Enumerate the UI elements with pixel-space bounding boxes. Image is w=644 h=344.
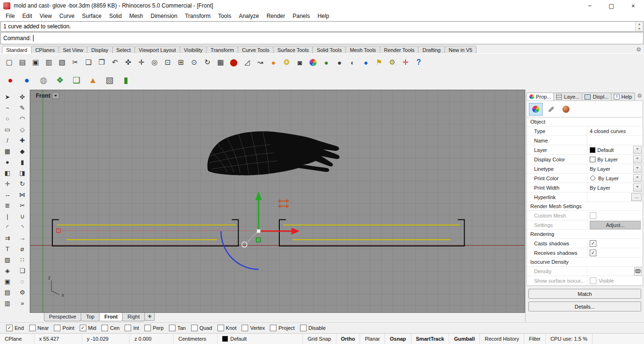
print-icon[interactable]: ▥: [42, 56, 55, 69]
cut-icon[interactable]: ✂: [69, 56, 82, 69]
status-item[interactable]: Filter: [524, 334, 545, 344]
toolbar-gear-icon[interactable]: ⚙: [636, 46, 641, 53]
menu-item[interactable]: File: [2, 12, 18, 20]
toolbar-tab[interactable]: Standard: [2, 46, 32, 53]
toolbar-tab[interactable]: CPlanes: [31, 46, 59, 53]
viewport-tab[interactable]: Front: [99, 313, 123, 321]
gumball-tool-icon[interactable]: ✛: [399, 56, 412, 69]
details-button[interactable]: Details...: [528, 302, 641, 311]
shaded-green-sphere-icon[interactable]: ●: [320, 56, 333, 69]
status-item[interactable]: z 0.000: [130, 334, 174, 344]
mold-curve-right[interactable]: [279, 219, 464, 246]
layers-tool-icon[interactable]: ▤: [2, 287, 13, 297]
chevron-down-icon[interactable]: [633, 146, 642, 154]
menu-item[interactable]: Render: [263, 12, 289, 20]
array-tool-icon[interactable]: ≣: [2, 201, 13, 210]
curve-tool-icon[interactable]: ~: [2, 103, 13, 113]
move-icon[interactable]: ✛: [135, 56, 148, 69]
osnap-toggle[interactable]: Int: [125, 325, 139, 331]
glove-mesh[interactable]: [208, 131, 340, 175]
menu-item[interactable]: Mesh: [125, 12, 147, 20]
render-sphere-red-icon[interactable]: ●: [4, 74, 17, 87]
gumball-rotate-arc[interactable]: [221, 231, 259, 269]
lamp-icon[interactable]: ❂: [280, 56, 293, 69]
osnap-toggle[interactable]: Quad: [191, 325, 212, 331]
tab-layers[interactable]: Laye...: [553, 92, 582, 101]
tab-properties[interactable]: Prop...: [527, 92, 554, 101]
new-file-icon[interactable]: ▢: [3, 56, 16, 69]
status-item[interactable]: Osnap: [385, 334, 411, 344]
viewport-layout-icon[interactable]: ▦: [214, 56, 227, 69]
toolbar-tab[interactable]: Visibility: [180, 46, 207, 53]
menu-item[interactable]: Transform: [181, 12, 214, 20]
settings-tool-icon[interactable]: ⚙: [17, 287, 28, 297]
toolbar-tab[interactable]: Solid Tools: [312, 46, 346, 53]
osnap-toggle[interactable]: Disable: [300, 325, 326, 331]
toolbar-tab[interactable]: Mesh Tools: [345, 46, 380, 53]
copy-icon[interactable]: ❏: [82, 56, 95, 69]
viewport-title-menu-icon[interactable]: [52, 92, 59, 99]
osnap-toggle[interactable]: Project: [270, 325, 294, 331]
surface-tool-icon[interactable]: ▦: [2, 146, 13, 156]
menu-item[interactable]: Surface: [78, 12, 105, 20]
osnap-toggle[interactable]: Perp: [144, 325, 164, 331]
chevron-down-icon[interactable]: [633, 174, 642, 182]
pan-icon[interactable]: ✜: [122, 56, 134, 69]
maximize-button[interactable]: ▢: [601, 0, 622, 11]
status-item[interactable]: Grid Snap: [303, 334, 336, 344]
menu-item[interactable]: Solid: [105, 12, 125, 20]
linetype-dropdown[interactable]: By Layer: [587, 165, 643, 173]
save-icon[interactable]: ▣: [29, 56, 42, 69]
move-tool-icon[interactable]: ✛: [2, 179, 13, 189]
extend-tool-icon[interactable]: →: [17, 233, 28, 243]
line-tool-icon[interactable]: /: [2, 135, 13, 145]
cylinder-icon[interactable]: ▮: [119, 74, 133, 87]
chevron-down-icon[interactable]: [633, 155, 642, 163]
status-item[interactable]: Ortho: [336, 334, 360, 344]
minimize-button[interactable]: −: [579, 0, 601, 11]
join-tool-icon[interactable]: ∪: [17, 211, 28, 221]
fillet-tool-icon[interactable]: ◜: [2, 222, 13, 232]
osnap-toggle[interactable]: Tan: [169, 325, 186, 331]
display-color-dropdown[interactable]: By Layer: [587, 155, 643, 163]
offset-tool-icon[interactable]: ⇉: [2, 233, 13, 243]
help-icon[interactable]: ?: [412, 56, 425, 69]
checkbox[interactable]: [217, 325, 224, 331]
block-tool-icon[interactable]: ◈: [2, 266, 13, 276]
status-item[interactable]: x 55.427: [34, 334, 82, 344]
checkbox[interactable]: [191, 325, 198, 331]
point-icon[interactable]: ●: [267, 56, 280, 69]
hatch-tool-icon[interactable]: ▨: [2, 255, 13, 265]
menu-item[interactable]: Dimension: [147, 12, 181, 20]
print-width-dropdown[interactable]: By Layer: [587, 184, 643, 192]
command-history[interactable]: 1 curve added to selection. ▲▼: [0, 21, 644, 32]
viewport-title-label[interactable]: Front: [36, 92, 50, 99]
trim-tool-icon[interactable]: ✂: [17, 201, 28, 210]
toolbar-tab[interactable]: Render Tools: [380, 46, 419, 53]
car-icon[interactable]: ⬤: [227, 56, 240, 69]
select-arrow-icon[interactable]: ➤: [2, 92, 13, 102]
checkbox[interactable]: [125, 325, 131, 331]
status-item[interactable]: Planar: [360, 334, 385, 344]
hide-tool-icon[interactable]: ◌: [17, 277, 28, 286]
zoom-extents-icon[interactable]: ⊞: [175, 56, 187, 69]
viewport-tab[interactable]: Right: [122, 313, 145, 321]
status-item[interactable]: SmartTrack: [411, 334, 450, 344]
osnap-toggle[interactable]: Near: [29, 325, 49, 331]
gumball[interactable]: [242, 192, 300, 247]
orient-icon[interactable]: ↝: [254, 56, 267, 69]
checkbox[interactable]: [80, 325, 86, 331]
paste-icon[interactable]: ❐: [95, 56, 108, 69]
lock-icon[interactable]: ◙: [293, 56, 306, 69]
export-icon[interactable]: ▧: [56, 56, 68, 69]
object-page-button[interactable]: [529, 103, 543, 116]
hyperlink-field[interactable]: ...: [587, 193, 643, 201]
menu-item[interactable]: Curve: [56, 12, 78, 20]
arc-tool-icon[interactable]: ◠: [17, 114, 28, 124]
zoom-window-icon[interactable]: ⊡: [161, 56, 174, 69]
expand-tools-icon[interactable]: »: [17, 298, 28, 308]
status-item[interactable]: CPlane: [0, 334, 34, 344]
boolean-union-icon[interactable]: ◧: [2, 168, 13, 178]
shade-mesh-icon[interactable]: ❑: [70, 74, 83, 87]
toolbar-tab[interactable]: Curve Tools: [238, 46, 274, 53]
